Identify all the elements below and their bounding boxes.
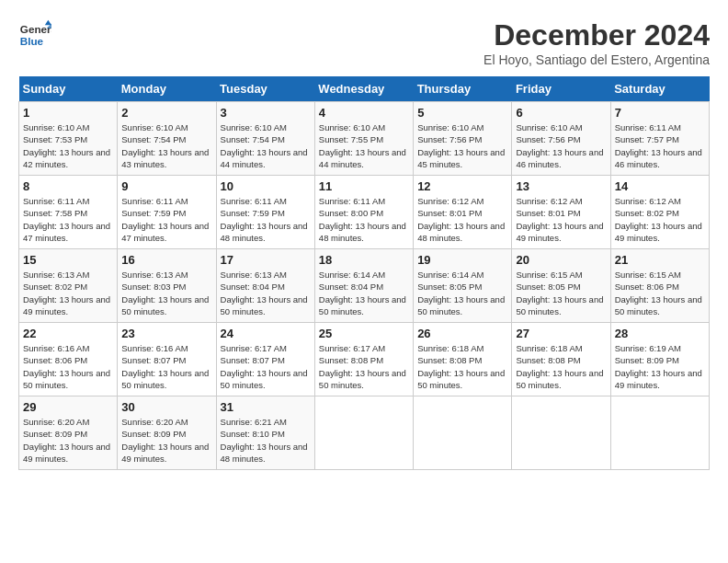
calendar-cell: 13Sunrise: 6:12 AMSunset: 8:01 PMDayligh…: [512, 176, 610, 249]
calendar-cell: 23Sunrise: 6:16 AMSunset: 8:07 PMDayligh…: [118, 323, 216, 396]
day-info: Sunrise: 6:10 AMSunset: 7:56 PMDaylight:…: [516, 121, 606, 170]
calendar-cell: 7Sunrise: 6:11 AMSunset: 7:57 PMDaylight…: [610, 102, 709, 176]
day-number: 24: [221, 327, 311, 340]
calendar-cell: 17Sunrise: 6:13 AMSunset: 8:04 PMDayligh…: [216, 249, 314, 323]
calendar-cell: 8Sunrise: 6:11 AMSunset: 7:58 PMDaylight…: [19, 176, 118, 249]
day-number: 29: [23, 400, 113, 414]
day-number: 19: [417, 253, 507, 267]
day-info: Sunrise: 6:11 AMSunset: 8:00 PMDaylight:…: [319, 195, 409, 244]
calendar-cell: 29Sunrise: 6:20 AMSunset: 8:09 PMDayligh…: [19, 396, 118, 470]
day-info: Sunrise: 6:16 AMSunset: 8:07 PMDaylight:…: [121, 342, 211, 391]
page-header: General Blue December 2024 El Hoyo, Sant…: [18, 18, 710, 67]
day-info: Sunrise: 6:12 AMSunset: 8:01 PMDaylight:…: [516, 195, 606, 244]
weekday-header-row: SundayMondayTuesdayWednesdayThursdayFrid…: [19, 76, 710, 102]
day-info: Sunrise: 6:20 AMSunset: 8:09 PMDaylight:…: [121, 416, 211, 465]
day-info: Sunrise: 6:20 AMSunset: 8:09 PMDaylight:…: [23, 416, 113, 465]
day-info: Sunrise: 6:13 AMSunset: 8:04 PMDaylight:…: [221, 269, 311, 317]
day-info: Sunrise: 6:16 AMSunset: 8:06 PMDaylight:…: [23, 342, 113, 391]
calendar-cell: 6Sunrise: 6:10 AMSunset: 7:56 PMDaylight…: [512, 102, 610, 176]
weekday-header-tuesday: Tuesday: [216, 76, 314, 102]
day-info: Sunrise: 6:10 AMSunset: 7:53 PMDaylight:…: [23, 121, 113, 170]
day-number: 8: [23, 179, 113, 193]
weekday-header-wednesday: Wednesday: [314, 76, 413, 102]
day-info: Sunrise: 6:12 AMSunset: 8:02 PMDaylight:…: [615, 195, 705, 244]
day-number: 18: [319, 253, 409, 267]
weekday-header-saturday: Saturday: [610, 76, 709, 102]
calendar-cell: 28Sunrise: 6:19 AMSunset: 8:09 PMDayligh…: [610, 323, 709, 396]
day-number: 4: [319, 106, 409, 120]
day-number: 15: [23, 253, 113, 267]
day-info: Sunrise: 6:11 AMSunset: 7:59 PMDaylight:…: [221, 195, 311, 244]
svg-text:Blue: Blue: [20, 35, 44, 47]
calendar-cell: 4Sunrise: 6:10 AMSunset: 7:55 PMDaylight…: [314, 102, 413, 176]
day-number: 28: [615, 327, 705, 340]
day-number: 5: [417, 106, 507, 120]
day-info: Sunrise: 6:11 AMSunset: 7:57 PMDaylight:…: [615, 121, 705, 170]
logo-icon: General Blue: [18, 18, 51, 52]
calendar-week-row: 15Sunrise: 6:13 AMSunset: 8:02 PMDayligh…: [19, 249, 710, 323]
calendar-cell: 26Sunrise: 6:18 AMSunset: 8:08 PMDayligh…: [414, 323, 512, 396]
calendar-cell: [414, 396, 512, 470]
day-number: 20: [516, 253, 606, 267]
calendar-table: SundayMondayTuesdayWednesdayThursdayFrid…: [18, 76, 710, 470]
day-number: 25: [319, 327, 409, 340]
calendar-cell: [512, 396, 610, 470]
day-number: 26: [417, 327, 507, 340]
day-info: Sunrise: 6:11 AMSunset: 7:58 PMDaylight:…: [23, 195, 113, 244]
calendar-week-row: 22Sunrise: 6:16 AMSunset: 8:06 PMDayligh…: [19, 323, 710, 396]
weekday-header-friday: Friday: [512, 76, 610, 102]
calendar-cell: 14Sunrise: 6:12 AMSunset: 8:02 PMDayligh…: [610, 176, 709, 249]
location: El Hoyo, Santiago del Estero, Argentina: [483, 52, 710, 67]
day-info: Sunrise: 6:17 AMSunset: 8:08 PMDaylight:…: [319, 342, 409, 391]
calendar-week-row: 29Sunrise: 6:20 AMSunset: 8:09 PMDayligh…: [19, 396, 710, 470]
day-number: 3: [221, 106, 311, 120]
logo: General Blue: [18, 18, 51, 52]
weekday-header-sunday: Sunday: [19, 76, 118, 102]
calendar-cell: 2Sunrise: 6:10 AMSunset: 7:54 PMDaylight…: [118, 102, 216, 176]
day-info: Sunrise: 6:17 AMSunset: 8:07 PMDaylight:…: [221, 342, 311, 391]
weekday-header-monday: Monday: [118, 76, 216, 102]
day-info: Sunrise: 6:12 AMSunset: 8:01 PMDaylight:…: [417, 195, 507, 244]
calendar-cell: 3Sunrise: 6:10 AMSunset: 7:54 PMDaylight…: [216, 102, 314, 176]
calendar-cell: 21Sunrise: 6:15 AMSunset: 8:06 PMDayligh…: [610, 249, 709, 323]
day-number: 13: [516, 179, 606, 193]
day-number: 17: [221, 253, 311, 267]
calendar-cell: 16Sunrise: 6:13 AMSunset: 8:03 PMDayligh…: [118, 249, 216, 323]
calendar-cell: 19Sunrise: 6:14 AMSunset: 8:05 PMDayligh…: [414, 249, 512, 323]
day-number: 11: [319, 179, 409, 193]
day-number: 23: [121, 327, 211, 340]
day-info: Sunrise: 6:13 AMSunset: 8:02 PMDaylight:…: [23, 269, 113, 317]
calendar-cell: [610, 396, 709, 470]
day-info: Sunrise: 6:10 AMSunset: 7:56 PMDaylight:…: [417, 121, 507, 170]
calendar-week-row: 8Sunrise: 6:11 AMSunset: 7:58 PMDaylight…: [19, 176, 710, 249]
calendar-cell: 22Sunrise: 6:16 AMSunset: 8:06 PMDayligh…: [19, 323, 118, 396]
day-info: Sunrise: 6:13 AMSunset: 8:03 PMDaylight:…: [121, 269, 211, 317]
calendar-cell: 27Sunrise: 6:18 AMSunset: 8:08 PMDayligh…: [512, 323, 610, 396]
calendar-cell: 30Sunrise: 6:20 AMSunset: 8:09 PMDayligh…: [118, 396, 216, 470]
day-info: Sunrise: 6:15 AMSunset: 8:06 PMDaylight:…: [615, 269, 705, 317]
day-info: Sunrise: 6:10 AMSunset: 7:54 PMDaylight:…: [121, 121, 211, 170]
calendar-cell: 11Sunrise: 6:11 AMSunset: 8:00 PMDayligh…: [314, 176, 413, 249]
day-info: Sunrise: 6:10 AMSunset: 7:54 PMDaylight:…: [221, 121, 311, 170]
day-info: Sunrise: 6:19 AMSunset: 8:09 PMDaylight:…: [615, 342, 705, 391]
day-info: Sunrise: 6:18 AMSunset: 8:08 PMDaylight:…: [516, 342, 606, 391]
calendar-cell: 24Sunrise: 6:17 AMSunset: 8:07 PMDayligh…: [216, 323, 314, 396]
day-info: Sunrise: 6:21 AMSunset: 8:10 PMDaylight:…: [221, 416, 311, 465]
day-number: 9: [121, 179, 211, 193]
day-number: 12: [417, 179, 507, 193]
title-block: December 2024 El Hoyo, Santiago del Este…: [483, 18, 710, 67]
day-info: Sunrise: 6:14 AMSunset: 8:05 PMDaylight:…: [417, 269, 507, 317]
calendar-cell: 20Sunrise: 6:15 AMSunset: 8:05 PMDayligh…: [512, 249, 610, 323]
month-title: December 2024: [483, 18, 710, 52]
day-number: 14: [615, 179, 705, 193]
day-number: 6: [516, 106, 606, 120]
day-info: Sunrise: 6:14 AMSunset: 8:04 PMDaylight:…: [319, 269, 409, 317]
calendar-cell: 18Sunrise: 6:14 AMSunset: 8:04 PMDayligh…: [314, 249, 413, 323]
day-number: 1: [23, 106, 113, 120]
day-info: Sunrise: 6:11 AMSunset: 7:59 PMDaylight:…: [121, 195, 211, 244]
day-info: Sunrise: 6:15 AMSunset: 8:05 PMDaylight:…: [516, 269, 606, 317]
calendar-cell: 10Sunrise: 6:11 AMSunset: 7:59 PMDayligh…: [216, 176, 314, 249]
day-number: 2: [121, 106, 211, 120]
day-info: Sunrise: 6:10 AMSunset: 7:55 PMDaylight:…: [319, 121, 409, 170]
calendar-cell: 5Sunrise: 6:10 AMSunset: 7:56 PMDaylight…: [414, 102, 512, 176]
